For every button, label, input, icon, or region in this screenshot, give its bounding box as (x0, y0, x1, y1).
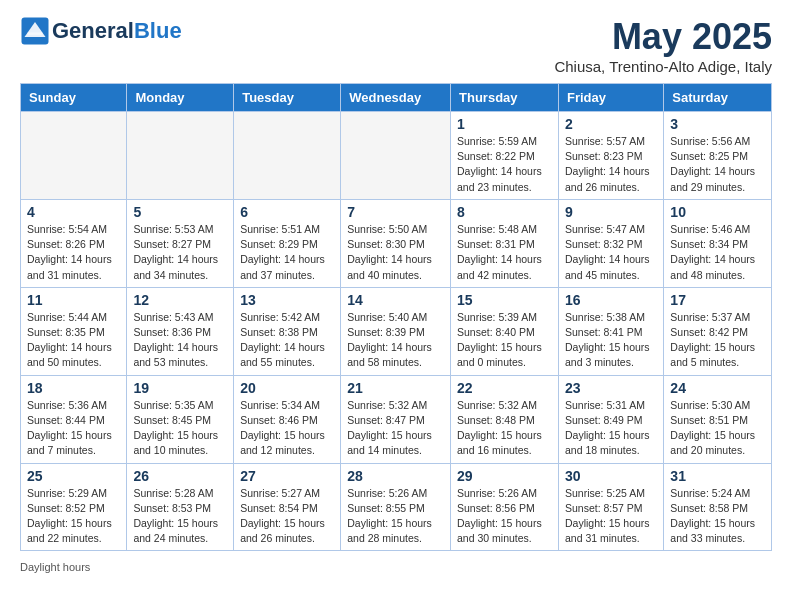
calendar-cell: 16Sunrise: 5:38 AM Sunset: 8:41 PM Dayli… (558, 287, 663, 375)
col-wednesday: Wednesday (341, 84, 451, 112)
day-number: 17 (670, 292, 765, 308)
calendar-week-row: 1Sunrise: 5:59 AM Sunset: 8:22 PM Daylig… (21, 112, 772, 200)
page-header: GeneralBlue May 2025 Chiusa, Trentino-Al… (0, 0, 792, 83)
day-info: Sunrise: 5:35 AM Sunset: 8:45 PM Dayligh… (133, 398, 227, 459)
day-info: Sunrise: 5:56 AM Sunset: 8:25 PM Dayligh… (670, 134, 765, 195)
col-monday: Monday (127, 84, 234, 112)
calendar-cell: 8Sunrise: 5:48 AM Sunset: 8:31 PM Daylig… (451, 199, 559, 287)
day-number: 28 (347, 468, 444, 484)
day-info: Sunrise: 5:42 AM Sunset: 8:38 PM Dayligh… (240, 310, 334, 371)
day-info: Sunrise: 5:32 AM Sunset: 8:47 PM Dayligh… (347, 398, 444, 459)
calendar-cell (127, 112, 234, 200)
day-number: 26 (133, 468, 227, 484)
day-info: Sunrise: 5:53 AM Sunset: 8:27 PM Dayligh… (133, 222, 227, 283)
col-thursday: Thursday (451, 84, 559, 112)
calendar-cell: 20Sunrise: 5:34 AM Sunset: 8:46 PM Dayli… (234, 375, 341, 463)
calendar-cell: 5Sunrise: 5:53 AM Sunset: 8:27 PM Daylig… (127, 199, 234, 287)
calendar-cell: 18Sunrise: 5:36 AM Sunset: 8:44 PM Dayli… (21, 375, 127, 463)
calendar-cell: 24Sunrise: 5:30 AM Sunset: 8:51 PM Dayli… (664, 375, 772, 463)
calendar-cell: 19Sunrise: 5:35 AM Sunset: 8:45 PM Dayli… (127, 375, 234, 463)
day-info: Sunrise: 5:30 AM Sunset: 8:51 PM Dayligh… (670, 398, 765, 459)
day-info: Sunrise: 5:25 AM Sunset: 8:57 PM Dayligh… (565, 486, 657, 547)
day-number: 29 (457, 468, 552, 484)
day-number: 5 (133, 204, 227, 220)
day-info: Sunrise: 5:31 AM Sunset: 8:49 PM Dayligh… (565, 398, 657, 459)
day-number: 31 (670, 468, 765, 484)
calendar-table: Sunday Monday Tuesday Wednesday Thursday… (20, 83, 772, 551)
day-number: 3 (670, 116, 765, 132)
day-number: 11 (27, 292, 120, 308)
day-number: 18 (27, 380, 120, 396)
day-info: Sunrise: 5:29 AM Sunset: 8:52 PM Dayligh… (27, 486, 120, 547)
day-info: Sunrise: 5:54 AM Sunset: 8:26 PM Dayligh… (27, 222, 120, 283)
calendar-cell: 17Sunrise: 5:37 AM Sunset: 8:42 PM Dayli… (664, 287, 772, 375)
day-info: Sunrise: 5:47 AM Sunset: 8:32 PM Dayligh… (565, 222, 657, 283)
calendar-header-row: Sunday Monday Tuesday Wednesday Thursday… (21, 84, 772, 112)
day-number: 30 (565, 468, 657, 484)
calendar-week-row: 18Sunrise: 5:36 AM Sunset: 8:44 PM Dayli… (21, 375, 772, 463)
calendar-week-row: 25Sunrise: 5:29 AM Sunset: 8:52 PM Dayli… (21, 463, 772, 551)
svg-rect-2 (28, 33, 43, 35)
calendar-cell: 31Sunrise: 5:24 AM Sunset: 8:58 PM Dayli… (664, 463, 772, 551)
day-number: 9 (565, 204, 657, 220)
calendar-cell: 21Sunrise: 5:32 AM Sunset: 8:47 PM Dayli… (341, 375, 451, 463)
day-number: 20 (240, 380, 334, 396)
logo-general: General (52, 18, 134, 43)
day-number: 25 (27, 468, 120, 484)
day-number: 21 (347, 380, 444, 396)
day-info: Sunrise: 5:34 AM Sunset: 8:46 PM Dayligh… (240, 398, 334, 459)
col-saturday: Saturday (664, 84, 772, 112)
day-number: 4 (27, 204, 120, 220)
day-number: 16 (565, 292, 657, 308)
day-info: Sunrise: 5:26 AM Sunset: 8:55 PM Dayligh… (347, 486, 444, 547)
day-info: Sunrise: 5:38 AM Sunset: 8:41 PM Dayligh… (565, 310, 657, 371)
day-info: Sunrise: 5:27 AM Sunset: 8:54 PM Dayligh… (240, 486, 334, 547)
calendar-cell: 11Sunrise: 5:44 AM Sunset: 8:35 PM Dayli… (21, 287, 127, 375)
day-number: 12 (133, 292, 227, 308)
day-number: 15 (457, 292, 552, 308)
day-info: Sunrise: 5:37 AM Sunset: 8:42 PM Dayligh… (670, 310, 765, 371)
day-info: Sunrise: 5:32 AM Sunset: 8:48 PM Dayligh… (457, 398, 552, 459)
day-info: Sunrise: 5:39 AM Sunset: 8:40 PM Dayligh… (457, 310, 552, 371)
day-number: 1 (457, 116, 552, 132)
day-info: Sunrise: 5:36 AM Sunset: 8:44 PM Dayligh… (27, 398, 120, 459)
calendar-cell: 30Sunrise: 5:25 AM Sunset: 8:57 PM Dayli… (558, 463, 663, 551)
calendar-cell (21, 112, 127, 200)
day-info: Sunrise: 5:40 AM Sunset: 8:39 PM Dayligh… (347, 310, 444, 371)
calendar-cell: 14Sunrise: 5:40 AM Sunset: 8:39 PM Dayli… (341, 287, 451, 375)
day-number: 27 (240, 468, 334, 484)
calendar-cell: 7Sunrise: 5:50 AM Sunset: 8:30 PM Daylig… (341, 199, 451, 287)
title-block: May 2025 Chiusa, Trentino-Alto Adige, It… (554, 16, 772, 75)
day-info: Sunrise: 5:24 AM Sunset: 8:58 PM Dayligh… (670, 486, 765, 547)
day-info: Sunrise: 5:57 AM Sunset: 8:23 PM Dayligh… (565, 134, 657, 195)
day-number: 19 (133, 380, 227, 396)
calendar-cell: 25Sunrise: 5:29 AM Sunset: 8:52 PM Dayli… (21, 463, 127, 551)
day-info: Sunrise: 5:28 AM Sunset: 8:53 PM Dayligh… (133, 486, 227, 547)
calendar-week-row: 11Sunrise: 5:44 AM Sunset: 8:35 PM Dayli… (21, 287, 772, 375)
day-number: 22 (457, 380, 552, 396)
calendar-week-row: 4Sunrise: 5:54 AM Sunset: 8:26 PM Daylig… (21, 199, 772, 287)
day-number: 10 (670, 204, 765, 220)
calendar-cell: 13Sunrise: 5:42 AM Sunset: 8:38 PM Dayli… (234, 287, 341, 375)
day-info: Sunrise: 5:48 AM Sunset: 8:31 PM Dayligh… (457, 222, 552, 283)
day-number: 8 (457, 204, 552, 220)
day-info: Sunrise: 5:43 AM Sunset: 8:36 PM Dayligh… (133, 310, 227, 371)
day-number: 24 (670, 380, 765, 396)
day-number: 13 (240, 292, 334, 308)
day-number: 2 (565, 116, 657, 132)
calendar-cell: 6Sunrise: 5:51 AM Sunset: 8:29 PM Daylig… (234, 199, 341, 287)
location-subtitle: Chiusa, Trentino-Alto Adige, Italy (554, 58, 772, 75)
calendar-cell: 28Sunrise: 5:26 AM Sunset: 8:55 PM Dayli… (341, 463, 451, 551)
calendar-cell: 10Sunrise: 5:46 AM Sunset: 8:34 PM Dayli… (664, 199, 772, 287)
col-sunday: Sunday (21, 84, 127, 112)
day-number: 23 (565, 380, 657, 396)
day-info: Sunrise: 5:44 AM Sunset: 8:35 PM Dayligh… (27, 310, 120, 371)
day-number: 14 (347, 292, 444, 308)
calendar-cell: 2Sunrise: 5:57 AM Sunset: 8:23 PM Daylig… (558, 112, 663, 200)
logo: GeneralBlue (20, 16, 182, 46)
calendar-cell: 4Sunrise: 5:54 AM Sunset: 8:26 PM Daylig… (21, 199, 127, 287)
month-title: May 2025 (554, 16, 772, 58)
calendar-cell: 15Sunrise: 5:39 AM Sunset: 8:40 PM Dayli… (451, 287, 559, 375)
day-info: Sunrise: 5:26 AM Sunset: 8:56 PM Dayligh… (457, 486, 552, 547)
calendar-cell: 26Sunrise: 5:28 AM Sunset: 8:53 PM Dayli… (127, 463, 234, 551)
